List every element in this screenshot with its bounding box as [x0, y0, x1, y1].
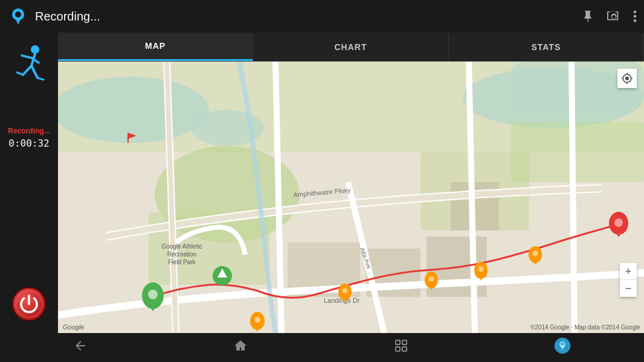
map-svg: Amphitheatre Pkwy Landings Dr Alta Ave G…: [58, 62, 644, 333]
svg-point-59: [533, 251, 538, 256]
app-nav-button[interactable]: [554, 337, 571, 358]
camera-icon: [607, 10, 621, 23]
back-button[interactable]: [73, 338, 88, 357]
more-icon: [633, 10, 637, 23]
svg-point-7: [31, 45, 39, 54]
recording-status: Recording...: [8, 127, 50, 135]
runner-icon: [13, 45, 45, 91]
timer-display: 0:00:32: [8, 138, 49, 149]
google-logo: Google: [63, 323, 84, 331]
svg-point-6: [634, 19, 637, 22]
zoom-out-button[interactable]: −: [620, 280, 637, 297]
svg-rect-64: [396, 347, 400, 351]
svg-line-13: [17, 72, 23, 75]
recents-icon: [394, 338, 408, 353]
zoom-in-button[interactable]: +: [620, 263, 637, 280]
home-icon: [233, 338, 248, 353]
camera-button[interactable]: [607, 10, 621, 23]
locate-icon: [621, 72, 633, 84]
pin-button[interactable]: [581, 10, 594, 23]
stop-button[interactable]: [12, 287, 46, 321]
tab-stats[interactable]: STATS: [449, 33, 644, 61]
home-button[interactable]: [233, 338, 248, 357]
svg-rect-26: [511, 122, 644, 182]
svg-line-12: [31, 66, 37, 78]
top-actions: [581, 10, 637, 23]
app-nav-icon: [554, 337, 571, 354]
svg-text:Recreation: Recreation: [167, 251, 196, 258]
svg-rect-62: [396, 340, 400, 345]
more-button[interactable]: [633, 10, 637, 23]
svg-point-5: [634, 15, 637, 18]
map-attribution: ©2014 Google · Map data ©2014 Google: [530, 324, 640, 331]
svg-text:Google Athletic: Google Athletic: [161, 243, 202, 250]
svg-line-14: [37, 78, 43, 80]
recents-button[interactable]: [394, 338, 408, 357]
svg-point-3: [15, 11, 21, 17]
bottom-nav: [0, 333, 644, 362]
svg-line-11: [23, 66, 31, 75]
svg-rect-63: [402, 340, 407, 345]
svg-point-69: [561, 343, 564, 346]
locate-button[interactable]: [617, 69, 637, 88]
svg-line-9: [22, 56, 31, 58]
sidebar: Recording... 0:00:32: [0, 33, 58, 333]
svg-rect-65: [402, 347, 407, 351]
app-title: Recording...: [35, 10, 581, 24]
svg-point-39: [148, 290, 158, 299]
svg-point-50: [343, 288, 348, 294]
svg-point-4: [634, 10, 637, 13]
zoom-controls: + −: [620, 263, 637, 297]
svg-point-44: [614, 218, 623, 227]
map-container[interactable]: Amphitheatre Pkwy Landings Dr Alta Ave G…: [58, 62, 644, 333]
tab-map[interactable]: MAP: [58, 33, 253, 61]
top-bar: Recording...: [0, 0, 644, 33]
tab-chart[interactable]: CHART: [253, 33, 448, 61]
svg-text:Field Park: Field Park: [168, 259, 196, 265]
pin-icon: [581, 10, 594, 23]
svg-point-56: [478, 267, 484, 272]
svg-point-53: [429, 276, 434, 282]
app-icon: [7, 5, 29, 27]
back-icon: [73, 338, 88, 353]
tab-bar: MAP CHART STATS: [58, 33, 644, 62]
svg-point-47: [254, 317, 260, 323]
